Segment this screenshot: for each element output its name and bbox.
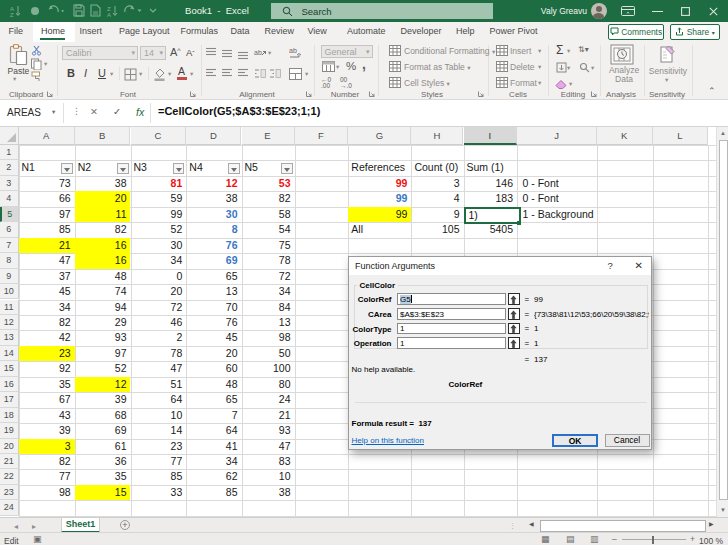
svg-text:ab: ab bbox=[254, 49, 262, 56]
svg-text:A: A bbox=[10, 6, 14, 12]
svg-text:Z: Z bbox=[10, 12, 14, 17]
svg-text:A: A bbox=[107, 12, 111, 17]
svg-text:ab: ab bbox=[289, 47, 297, 54]
svg-text:Z: Z bbox=[107, 6, 111, 12]
